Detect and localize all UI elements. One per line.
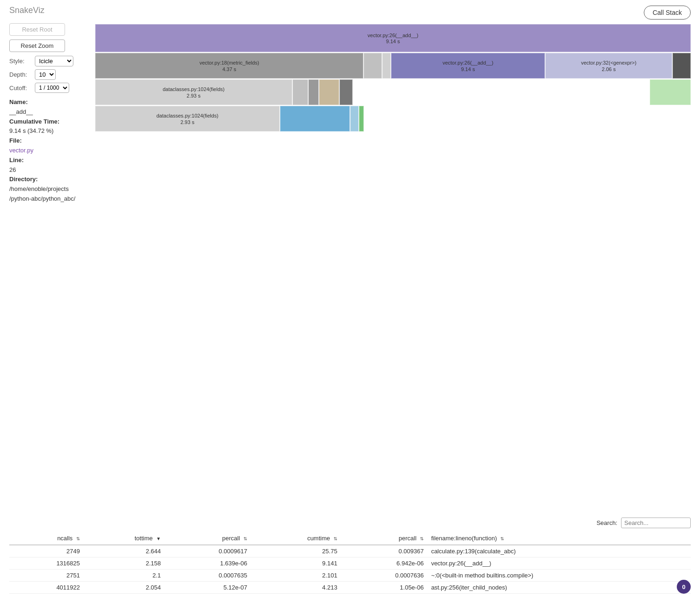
cell-cumtime: 9.141 — [251, 557, 341, 570]
icicle-cell-r3-c5[interactable] — [340, 79, 353, 105]
icicle-cell-r2-c3[interactable] — [382, 53, 391, 79]
cell-percall1: 1.639e-06 — [164, 557, 251, 570]
cell-ncalls: 2751 — [9, 570, 84, 582]
table-row[interactable]: 27512.10.00076352.1010.0007636~:0(<built… — [9, 570, 691, 582]
icicle-cell-green-row3[interactable] — [650, 79, 691, 105]
cell-tottime: 2.158 — [84, 557, 164, 570]
cell-ncalls: 4011922 — [9, 582, 84, 594]
line-value: 26 — [9, 166, 16, 173]
table-row[interactable]: 27492.6440.000961725.750.009367calculate… — [9, 545, 691, 557]
scroll-badge[interactable]: 0 — [677, 580, 691, 594]
name-value: __add__ — [9, 108, 33, 115]
icicle-cell-teal-row4[interactable] — [359, 106, 364, 131]
line-label: Line: — [9, 157, 24, 164]
cell-percall2: 0.0007636 — [341, 570, 427, 582]
cell-tottime: 2.1 — [84, 570, 164, 582]
file-label: File: — [9, 137, 22, 144]
cell-cumtime: 2.101 — [251, 570, 341, 582]
cell-ncalls: 2749 — [9, 545, 84, 557]
icicle-chart: vector.py:26(__add__) 9.14 s vector.py:1… — [95, 24, 691, 131]
icicle-cell-blue-row4[interactable] — [280, 106, 350, 131]
reset-root-button[interactable]: Reset Root — [9, 23, 65, 36]
name-label: Name: — [9, 98, 28, 105]
col-tottime[interactable]: tottime ▼ — [84, 532, 164, 545]
icicle-cell-r4-filler — [364, 106, 691, 131]
icicle-cell-blue-light-row4[interactable] — [350, 106, 359, 131]
style-select[interactable]: Icicle Sunburst — [35, 56, 73, 66]
icicle-cell-fields-row4[interactable]: dataclasses.py:1024(fields) 2.93 s — [95, 106, 280, 131]
sort-icon-tottime: ▼ — [156, 536, 161, 541]
data-table: ncalls ⇅ tottime ▼ percall ⇅ cumtime ⇅ — [9, 532, 691, 594]
sort-icon-filename: ⇅ — [500, 536, 504, 541]
icicle-cell-add-row2[interactable]: vector.py:26(__add__) 9.14 s — [391, 53, 545, 79]
cumtime-value: 9.14 s (34.72 %) — [9, 127, 53, 134]
cutoff-label: Cutoff: — [9, 85, 35, 92]
call-stack-button[interactable]: Call Stack — [644, 6, 691, 20]
cell-filename: ~:0(<built-in method builtins.compile>) — [427, 570, 691, 582]
sort-icon-cumtime: ⇅ — [334, 536, 337, 541]
cell-tottime: 2.054 — [84, 582, 164, 594]
depth-select[interactable]: 5 10 15 20 — [35, 69, 56, 80]
icicle-cell-r3-gap — [353, 79, 508, 105]
cell-filename: calculate.py:139(calculate_abc) — [427, 545, 691, 557]
icicle-cell-genexpr-row2[interactable]: vector.py:32(<genexpr>) 2.06 s — [545, 53, 672, 79]
icicle-cell-r2-c2[interactable] — [364, 53, 382, 79]
cell-filename: ast.py:256(iter_child_nodes) — [427, 582, 691, 594]
cutoff-select[interactable]: 1 / 1000 1 / 500 1 / 100 — [35, 83, 69, 93]
file-link[interactable]: vector.py — [9, 147, 33, 154]
cell-percall1: 0.0007635 — [164, 570, 251, 582]
search-input[interactable] — [621, 518, 691, 528]
sort-icon-percall2: ⇅ — [420, 536, 424, 541]
icicle-cell-r3-c4[interactable] — [319, 79, 339, 105]
cell-filename: vector.py:26(__add__) — [427, 557, 691, 570]
directory-label: Directory: — [9, 176, 38, 183]
cell-percall2: 6.942e-06 — [341, 557, 427, 570]
table-row[interactable]: 13168252.1581.639e-069.1416.942e-06vecto… — [9, 557, 691, 570]
col-filename[interactable]: filename:lineno(function) ⇅ — [427, 532, 691, 545]
depth-label: Depth: — [9, 71, 35, 78]
table-row[interactable]: 40119222.0545.12e-074.2131.05e-06ast.py:… — [9, 582, 691, 594]
cell-cumtime: 25.75 — [251, 545, 341, 557]
cell-percall2: 0.009367 — [341, 545, 427, 557]
col-percall1[interactable]: percall ⇅ — [164, 532, 251, 545]
col-percall2[interactable]: percall ⇅ — [341, 532, 427, 545]
cumtime-label: Cumulative Time: — [9, 118, 59, 125]
table-header-row: ncalls ⇅ tottime ▼ percall ⇅ cumtime ⇅ — [9, 532, 691, 545]
cell-cumtime: 4.213 — [251, 582, 341, 594]
app-title: SnakeViz — [9, 6, 45, 15]
cell-percall1: 0.0009617 — [164, 545, 251, 557]
icicle-cell-r3-c2[interactable] — [293, 79, 308, 105]
cell-tottime: 2.644 — [84, 545, 164, 557]
style-label: Style: — [9, 58, 35, 65]
cell-ncalls: 1316825 — [9, 557, 84, 570]
cell-percall1: 5.12e-07 — [164, 582, 251, 594]
sort-icon-percall1: ⇅ — [243, 536, 247, 541]
icicle-cell-r3-c3[interactable] — [308, 79, 319, 105]
search-label: Search: — [596, 519, 617, 526]
icicle-cell-metric-fields[interactable]: vector.py:18(metric_fields) 4.37 s — [95, 53, 363, 79]
col-ncalls[interactable]: ncalls ⇅ — [9, 532, 84, 545]
col-cumtime[interactable]: cumtime ⇅ — [251, 532, 341, 545]
reset-zoom-button[interactable]: Reset Zoom — [9, 39, 65, 52]
cell-percall2: 1.05e-06 — [341, 582, 427, 594]
icicle-cell-add-row1[interactable]: vector.py:26(__add__) 9.14 s — [95, 24, 691, 52]
directory-value: /home/enoble/projects/python-abc/python_… — [9, 185, 75, 202]
sort-icon-ncalls: ⇅ — [76, 536, 80, 541]
icicle-cell-r2-last[interactable] — [673, 53, 691, 79]
icicle-cell-fields-row3[interactable]: dataclasses.py:1024(fields) 2.93 s — [95, 79, 292, 105]
